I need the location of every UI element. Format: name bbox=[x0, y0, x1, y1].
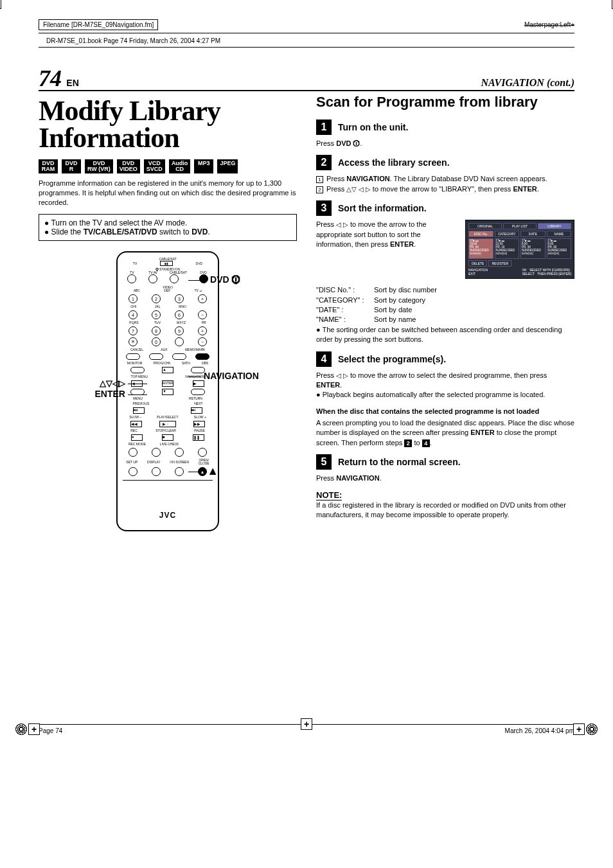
step-5-body: Press NAVIGATION. bbox=[316, 474, 574, 483]
step-4-when-body: A screen prompting you to load the desig… bbox=[316, 418, 574, 448]
step-5-header: 5 Return to the normal screen. bbox=[316, 454, 574, 470]
step-2-header: 2 Access the library screen. bbox=[316, 155, 574, 170]
footer-page: Page 74 bbox=[39, 727, 62, 734]
remote-control-diagram: CABLE/SAT TV▮▮DVD ⏼ STANDBY/ON TV TV AV … bbox=[116, 251, 219, 531]
main-title: Modify Library Information bbox=[39, 98, 297, 152]
note-body: If a disc registered in the library is r… bbox=[316, 500, 574, 520]
prep-item: Slide the TV/CABLE/SAT/DVD switch to DVD… bbox=[44, 227, 291, 236]
step-3-header: 3 Sort the information. bbox=[316, 200, 574, 216]
page-number: 74 bbox=[39, 66, 62, 91]
format-badge: DVDR bbox=[62, 159, 81, 174]
sort-definitions: "DISC No." :Sort by disc number"CATEGORY… bbox=[316, 285, 574, 325]
format-badge: DVDRAM bbox=[39, 159, 58, 174]
format-badge: MP3 bbox=[194, 159, 213, 174]
section-label: NAVIGATION (cont.) bbox=[481, 77, 575, 89]
step-3-bullet: The sorting order can be switched betwee… bbox=[316, 325, 574, 345]
lang-label: EN bbox=[66, 78, 78, 88]
right-title: Scan for Programme from library bbox=[316, 94, 574, 111]
step-3-body: Press ◁ ▷ to move the arrow to the appro… bbox=[316, 220, 459, 249]
step-1-header: 1 Turn on the unit. bbox=[316, 120, 574, 135]
note-heading: NOTE: bbox=[316, 490, 342, 500]
jvc-logo: JVC bbox=[121, 511, 214, 520]
prep-box: Turn on the TV and select the AV mode.Sl… bbox=[39, 214, 297, 241]
book-line: DR-M7SE_01.book Page 74 Friday, March 26… bbox=[39, 36, 574, 48]
intro-paragraph: Programme information can be registered … bbox=[39, 179, 297, 208]
format-badge: DVDRW (VR) bbox=[85, 159, 113, 174]
format-badges: DVDRAMDVDRDVDRW (VR)DVDVIDEOVCDSVCDAudio… bbox=[39, 159, 297, 174]
format-badge: VCDSVCD bbox=[144, 159, 165, 174]
step-4-header: 4 Select the programme(s). bbox=[316, 351, 574, 367]
page-header: 74 EN NAVIGATION (cont.) bbox=[39, 67, 574, 91]
masterpage: Masterpage:Left+ bbox=[524, 21, 574, 28]
footer-date: March 26, 2004 4:04 pm bbox=[505, 727, 574, 734]
format-badge: JPEG bbox=[217, 159, 238, 174]
step-4-when-heading: When the disc that contains the selected… bbox=[316, 407, 574, 416]
format-badge: AudioCD bbox=[169, 159, 191, 174]
step-4-body: Press ◁ ▷ to move the arrow to select th… bbox=[316, 371, 574, 400]
prep-item: Turn on the TV and select the AV mode. bbox=[44, 218, 291, 227]
format-badge: DVDVIDEO bbox=[117, 159, 140, 174]
step-2-body: 1 Press NAVIGATION. The Library Database… bbox=[316, 174, 574, 194]
filename-box: Filename [DR-M7SE_09Navigation.fm] bbox=[39, 19, 158, 30]
page-footer: Page 74 March 26, 2004 4:04 pm bbox=[39, 724, 574, 734]
step-1-body: Press DVD ⏼. bbox=[316, 139, 574, 148]
library-screen-mock: ORIGINALPLAY LISTLIBRARY DISC No.CATEGOR… bbox=[465, 220, 574, 279]
